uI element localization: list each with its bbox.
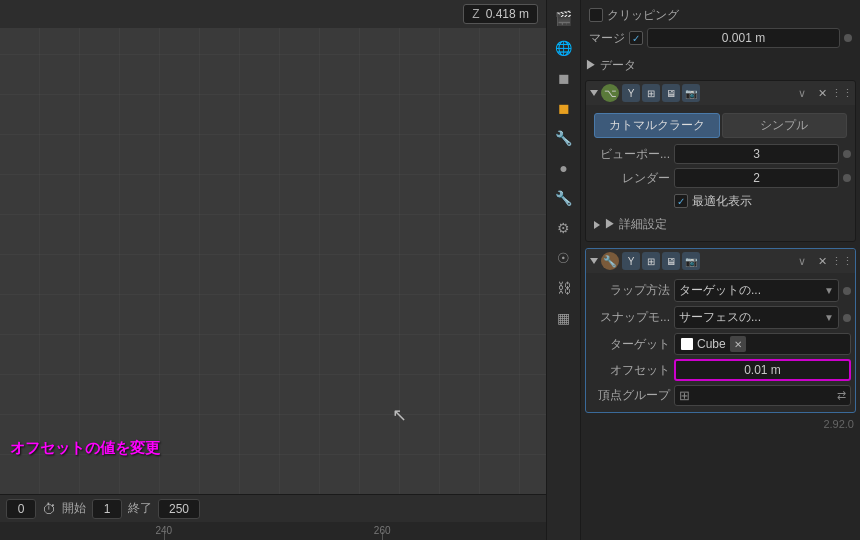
- modifier-action-icons: ∨ ✕ ⋮⋮: [793, 84, 851, 102]
- optimize-label-text: 最適化表示: [692, 193, 752, 210]
- target-label: ターゲット: [590, 336, 670, 353]
- viewport-value[interactable]: 3: [674, 144, 839, 164]
- sw-filter-3[interactable]: 🖥: [662, 252, 680, 270]
- sidebar-icon-render[interactable]: 🎬: [550, 4, 578, 32]
- filter-icon-2[interactable]: ⊞: [642, 84, 660, 102]
- viewport-dot: [843, 150, 851, 158]
- vertex-label: 頂点グループ: [590, 387, 670, 404]
- sw-filter-2[interactable]: ⊞: [642, 252, 660, 270]
- merge-checkbox[interactable]: ✓: [629, 31, 643, 45]
- optimize-checkbox-group: ✓ 最適化表示: [674, 193, 752, 210]
- modifier-catmull-clark: ⌥ Y ⊞ 🖥 📷 ∨ ✕ ⋮⋮ カトマルクラーク シンプル ビュー: [585, 80, 856, 242]
- snap-mode-row: スナップモ... サーフェスの... ▼: [590, 304, 851, 331]
- sidebar-icon-scene[interactable]: ◼: [550, 94, 578, 122]
- details-triangle: [594, 221, 600, 229]
- modifier-shrinkwrap-header: 🔧 Y ⊞ 🖥 📷 ∨ ✕ ⋮⋮: [586, 249, 855, 273]
- sidebar-icon-physics[interactable]: ☉: [550, 244, 578, 272]
- modifier-icon: ⌥: [601, 84, 619, 102]
- clipping-row: クリッピング: [589, 4, 852, 26]
- snap-dropdown[interactable]: サーフェスの... ▼: [674, 306, 839, 329]
- sidebar-icon-particles[interactable]: ⚙: [550, 214, 578, 242]
- merge-row: マージ ✓ 0.001 m: [589, 26, 852, 50]
- icon-sidebar: 🎬 🌐 ◼ ◼ 🔧 ● 🔧 ⚙ ☉ ⛓ ▦: [546, 0, 580, 540]
- sidebar-icon-view[interactable]: ◼: [550, 64, 578, 92]
- instruction-label: オフセットの値を変更: [0, 435, 170, 462]
- clipping-merge-section: クリッピング マージ ✓ 0.001 m: [581, 0, 860, 54]
- modifier-shrinkwrap: 🔧 Y ⊞ 🖥 📷 ∨ ✕ ⋮⋮ ラップ方法 ターゲットの... ▼: [585, 248, 856, 413]
- target-value: Cube: [697, 337, 726, 351]
- modifier-filter-icons: Y ⊞ 🖥 📷: [622, 84, 700, 102]
- data-label: ▶ データ: [585, 57, 636, 74]
- target-color-swatch: [681, 338, 693, 350]
- viewport-field-row: ビューポー... 3: [590, 142, 851, 166]
- end-label: 終了: [128, 500, 152, 517]
- sw-filter-1[interactable]: Y: [622, 252, 640, 270]
- ruler-label-240: 240: [155, 525, 172, 536]
- ruler-label-260: 260: [374, 525, 391, 536]
- modifier-shrinkwrap-body: ラップ方法 ターゲットの... ▼ スナップモ... サーフェスの... ▼ タ…: [586, 273, 855, 412]
- sidebar-icon-object[interactable]: ●: [550, 154, 578, 182]
- render-label: レンダー: [590, 170, 670, 187]
- modifier-catmull-clark-header: ⌥ Y ⊞ 🖥 📷 ∨ ✕ ⋮⋮: [586, 81, 855, 105]
- filter-icon-1[interactable]: Y: [622, 84, 640, 102]
- wrap-dot: [843, 287, 851, 295]
- sidebar-icon-data[interactable]: ▦: [550, 304, 578, 332]
- snap-dropdown-arrow: ▼: [824, 312, 834, 323]
- sw-filter-4[interactable]: 📷: [682, 252, 700, 270]
- render-field-row: レンダー 2: [590, 166, 851, 190]
- viewport-top-bar: Z 0.418 m: [0, 0, 546, 28]
- tab-catmull-clark[interactable]: カトマルクラーク: [594, 113, 720, 138]
- tab-simple[interactable]: シンプル: [722, 113, 848, 138]
- modifier-dots-btn[interactable]: ⋮⋮: [833, 84, 851, 102]
- sidebar-icon-output[interactable]: 🌐: [550, 34, 578, 62]
- modifier-catmull-clark-body: カトマルクラーク シンプル ビューポー... 3 レンダー 2 ✓ 最適化表: [586, 105, 855, 241]
- z-label: Z: [472, 7, 479, 21]
- clipping-checkbox[interactable]: [589, 8, 603, 22]
- snap-value: サーフェスの...: [679, 309, 761, 326]
- vertex-group-row: 頂点グループ ⊞ ⇄: [590, 383, 851, 408]
- filter-icon-3[interactable]: 🖥: [662, 84, 680, 102]
- z-value: 0.418 m: [486, 7, 529, 21]
- merge-dot: [844, 34, 852, 42]
- end-frame[interactable]: 250: [158, 499, 200, 519]
- modifier-dropdown-btn[interactable]: ∨: [793, 84, 811, 102]
- shrinkwrap-icon: 🔧: [601, 252, 619, 270]
- sidebar-icon-world[interactable]: 🔧: [550, 124, 578, 152]
- offset-value[interactable]: 0.01 m: [674, 359, 851, 381]
- sidebar-icon-constraints[interactable]: ⛓: [550, 274, 578, 302]
- target-remove-btn[interactable]: ✕: [730, 336, 746, 352]
- sw-close-btn[interactable]: ✕: [813, 252, 831, 270]
- wrap-method-row: ラップ方法 ターゲットの... ▼: [590, 277, 851, 304]
- viewport-label: ビューポー...: [590, 146, 670, 163]
- sw-dots-btn[interactable]: ⋮⋮: [833, 252, 851, 270]
- sw-dropdown-btn[interactable]: ∨: [793, 252, 811, 270]
- optimize-checkbox[interactable]: ✓: [674, 194, 688, 208]
- start-frame[interactable]: 1: [92, 499, 122, 519]
- wrap-dropdown[interactable]: ターゲットの... ▼: [674, 279, 839, 302]
- z-coordinate-field[interactable]: Z 0.418 m: [463, 4, 538, 24]
- details-toggle[interactable]: ▶ 詳細設定: [590, 212, 851, 237]
- collapse-triangle-2[interactable]: [590, 258, 598, 264]
- timeline-ruler[interactable]: 240 260: [0, 522, 546, 540]
- offset-row: オフセット 0.01 m: [590, 357, 851, 383]
- data-section: ▶ データ: [581, 54, 860, 77]
- merge-value[interactable]: 0.001 m: [647, 28, 840, 48]
- clock-icon: ⏱: [42, 501, 56, 517]
- modifier-close-btn[interactable]: ✕: [813, 84, 831, 102]
- properties-panel: クリッピング マージ ✓ 0.001 m ▶ データ ⌥ Y ⊞ 🖥 📷 ∨: [580, 0, 860, 540]
- current-frame[interactable]: 0: [6, 499, 36, 519]
- vertex-field[interactable]: ⊞ ⇄: [674, 385, 851, 406]
- render-dot: [843, 174, 851, 182]
- viewport-canvas: オフセットの値を変更: [0, 28, 546, 494]
- wrap-dropdown-arrow: ▼: [824, 285, 834, 296]
- target-row: ターゲット Cube ✕: [590, 331, 851, 357]
- collapse-triangle[interactable]: [590, 90, 598, 96]
- render-value[interactable]: 2: [674, 168, 839, 188]
- sidebar-icon-modifier[interactable]: 🔧: [550, 184, 578, 212]
- shrinkwrap-action-icons: ∨ ✕ ⋮⋮: [793, 252, 851, 270]
- start-label: 開始: [62, 500, 86, 517]
- target-field[interactable]: Cube ✕: [674, 333, 851, 355]
- filter-icon-4[interactable]: 📷: [682, 84, 700, 102]
- vertex-icon: ⊞: [679, 388, 690, 403]
- snap-label: スナップモ...: [590, 309, 670, 326]
